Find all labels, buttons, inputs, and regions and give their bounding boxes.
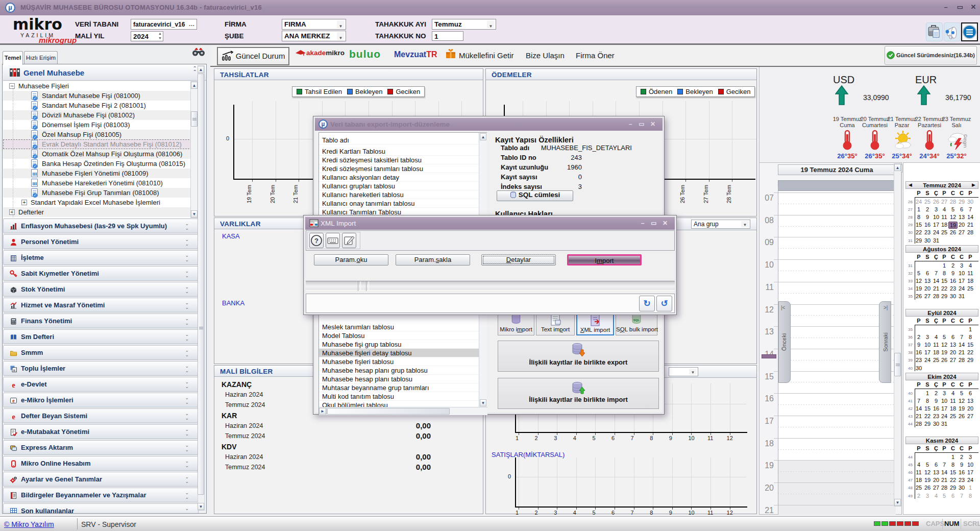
expand-chevron-icon[interactable]: ⌄⌄ [185,364,189,373]
calendar-day[interactable]: 6 [923,270,932,276]
table-list-row[interactable]: Multi kod tanıtım tablosu [319,392,486,401]
expand-box-icon[interactable]: + [9,209,15,215]
tahakkuk-ayi-combo[interactable]: Temmuz [432,19,496,30]
tree-row[interactable]: ✓Özel Mahsup Fişi (081005) [3,130,197,139]
collapse-box-icon[interactable]: − [9,83,15,89]
genel-muhasebe-header[interactable]: Genel Muhasebe ⌃⌃ [3,65,206,81]
expand-chevron-icon[interactable]: ⌄⌄ [185,427,189,437]
calendar-day[interactable]: 4 [940,206,949,212]
calendar-day[interactable]: 8 [923,398,932,404]
calendar-day[interactable]: 12 [940,342,949,348]
calendar-day[interactable]: 24 [940,413,949,419]
calendar-day[interactable]: 8 [940,270,949,276]
calendar-day[interactable]: 3 [923,334,932,340]
sidebar-item-ayarlar-ve-genel-tan-mlar[interactable]: Ayarlar ve Genel Tanımlar⌄⌄ [3,472,199,487]
sube-combo[interactable]: ANA MERKEZ [282,31,346,41]
tab-temel[interactable]: Temel [3,51,23,65]
skip-end-icon[interactable]: >| [884,305,888,310]
table-list-row[interactable]: Kredi sözleşmesi tanımları tablosu [319,164,486,173]
skip-start-icon[interactable]: |< [781,305,785,310]
mevzuattr-logo[interactable]: MevzuatTR [394,50,437,59]
calendar-day[interactable]: 24 [914,199,923,205]
megaphone-icon[interactable] [944,22,961,41]
import-type-button-sql-bulk-import[interactable]: SQLSQL bulk import [616,312,657,335]
keyboard-button[interactable] [326,233,340,248]
calendar-day[interactable]: 29 [966,357,975,363]
calendar-day[interactable]: 2 [957,454,966,460]
calendar-day[interactable]: 23 [948,285,958,292]
calendar-day[interactable]: 7 [957,493,966,499]
collapse-chevron-icon[interactable]: ⌃⌃ [193,66,197,74]
calendar-day[interactable]: 22 [940,285,949,292]
calendar-day[interactable]: 9 [923,214,932,220]
sidebar-item-express-aktar-m[interactable]: Express Aktarım⌄⌄ [3,440,199,455]
calendar-day[interactable]: 2 [914,493,923,499]
help-button[interactable]: ? [309,233,324,248]
calendar-day[interactable]: 26 [948,229,958,235]
calendar-day[interactable]: 23 [914,357,923,363]
calendar-day[interactable]: 13 [923,278,932,284]
dialog-button-paramsakla[interactable]: Param.sakla [396,254,470,266]
calendar-day[interactable]: 5 [948,206,958,212]
sidebar-item-e-devlet[interactable]: ee-Devlet⌄⌄ [3,377,199,392]
table-list-row[interactable]: Muhasebe hesap planı tablosu [319,375,486,383]
mikro-yazilim-link[interactable]: © Mikro Yazılım [4,520,54,528]
calendar-day[interactable]: 20 [923,285,932,292]
table-list-row[interactable]: Kullanıcı aksiyonları detay [319,173,486,182]
dialog-button-detaylar[interactable]: Detaylar [481,254,556,266]
scroll-thumb[interactable] [894,353,901,376]
calendar-day[interactable]: 14 [940,469,949,475]
calendar-day[interactable]: 21 [940,477,949,483]
expand-chevron-icon[interactable]: ⌄⌄ [185,380,189,389]
close-icon[interactable]: ✕ [659,220,671,227]
calendar-day[interactable]: 3 [966,454,975,460]
maximize-button[interactable]: ▭ [956,3,964,11]
tree-scrollbar[interactable]: ▲▼ [190,81,198,218]
calendar-prev-icon[interactable]: ◀ [909,182,912,187]
tree-row[interactable]: +Standart Yapıdaki Excel Muhasebe İşleml… [3,198,197,207]
calendar-day-selected[interactable]: 19 [948,222,958,229]
calendar-day[interactable]: 12 [948,214,958,220]
calendar-day[interactable]: 7 [966,206,975,212]
expand-chevron-icon[interactable]: ⌄⌄ [185,301,189,310]
calendar-day[interactable]: 25 [923,199,932,205]
tree-row[interactable]: +Defterler [3,207,197,217]
calendar-day[interactable]: 3 [940,390,949,396]
calendar-day[interactable]: 7 [957,334,966,340]
calendar-day[interactable]: 31 [932,237,941,244]
calendar-day[interactable]: 21 [966,222,975,228]
chevron-down-icon[interactable] [337,32,345,40]
table-list-row[interactable]: Muhasebe fişi grup tablosu [319,340,486,349]
table-list-row[interactable]: Muhasebe hesap planı grup tablosu [319,366,486,375]
calendar-day[interactable]: 11 [948,398,958,404]
calendar-day[interactable]: 30 [948,293,958,299]
calendar-day[interactable]: 17 [923,349,932,355]
scroll-up-icon[interactable]: ▲ [191,82,198,89]
chevron-down-icon[interactable] [337,20,345,28]
calendar-day[interactable]: 25 [914,485,923,491]
table-list-row[interactable]: Muhasebe fişleri tablosu [319,357,486,366]
calendar-day[interactable]: 18 [948,405,958,412]
calendar-day[interactable]: 2 [948,262,958,269]
scroll-down-icon[interactable]: ▼ [894,499,901,506]
calendar-day[interactable]: 24 [957,285,966,292]
calendar-day[interactable]: 29 [948,485,958,491]
calendar-day[interactable]: 24 [923,357,932,363]
calendar-next-icon[interactable]: ▶ [972,182,975,187]
calendar-day[interactable]: 1 [966,485,975,491]
calendar-day[interactable]: 28 [940,485,949,491]
guncel-durum-button[interactable]: Güncel Durum [217,47,289,65]
calendar-day[interactable]: 29 [923,421,932,427]
scroll-thumb[interactable] [191,111,198,127]
table-list-row[interactable]: Muhtasar beyanname grup tanımları [319,383,486,392]
calendar-day[interactable]: 8 [966,334,975,340]
calendar-day[interactable]: 28 [966,229,975,235]
calendar-day[interactable]: 21 [957,349,966,355]
export-related-button[interactable]: İlişkili kayıtlar ile birlikte export [498,341,659,372]
sidebar-item-son-kullan-lanlar[interactable]: Son kullanılanlar⌄⌄ [3,503,199,514]
calendar-day[interactable]: 11 [940,214,949,220]
calendar-day[interactable]: 23 [923,229,932,235]
mali-yil-spinner[interactable]: 2024 ▲▼ [131,31,163,41]
calendar-day[interactable]: 26 [957,413,966,419]
calendar-day[interactable]: 28 [914,421,923,427]
